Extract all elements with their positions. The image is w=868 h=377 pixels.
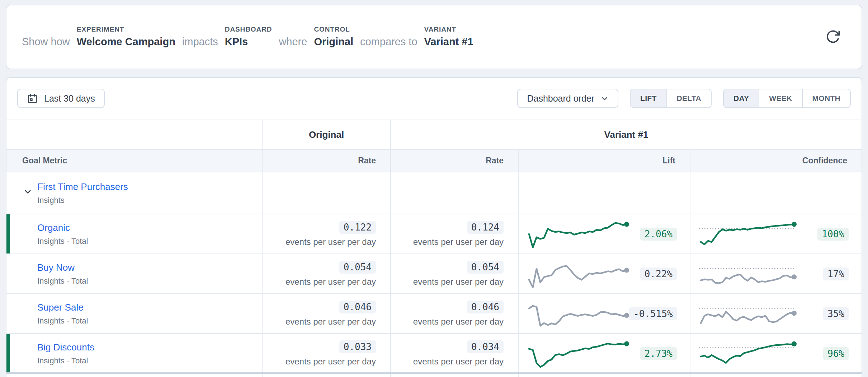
control-label: CONTROL <box>314 25 353 33</box>
col-goal-metric: Goal Metric <box>6 150 262 172</box>
variant-rate-cell: 0.034 events per user per day <box>390 334 518 373</box>
sort-order-dropdown[interactable]: Dashboard order <box>517 89 618 108</box>
rate-value: 0.054 <box>467 261 504 274</box>
metric-link[interactable]: Buy Now <box>37 262 75 273</box>
experiment-sentence: Show how EXPERIMENT Welcome Campaign imp… <box>22 25 823 48</box>
rate-unit: events per user per day <box>413 277 504 287</box>
rate-unit: events per user per day <box>286 237 376 247</box>
metric-subtitle: Insights · Total <box>37 316 262 326</box>
toggle-lift[interactable]: LIFT <box>631 89 666 107</box>
column-header-row: Goal Metric Rate Rate Lift Confidence <box>6 150 862 172</box>
date-range-label: Last 30 days <box>44 93 95 104</box>
dashboard-label: DASHBOARD <box>225 25 272 33</box>
rate-value: 0.122 <box>339 221 376 234</box>
lift-sparkline <box>527 218 629 250</box>
confidence-value: 35% <box>823 307 849 320</box>
lift-value: 0.22% <box>640 267 677 280</box>
table-row: Big Discounts Insights · Total 0.033 eve… <box>6 334 862 373</box>
col-lift: Lift <box>518 150 690 172</box>
toggle-delta[interactable]: DELTA <box>666 89 711 107</box>
empty-cell <box>690 374 862 377</box>
metric-cell: Organic Insights · Total <box>6 214 262 253</box>
variant-rate-cell: 0.046 events per user per day <box>390 294 518 333</box>
dashboard-name[interactable]: KPIs <box>225 36 272 47</box>
variant-rate-cell: 0.054 events per user per day <box>390 254 518 293</box>
toggle-week[interactable]: WEEK <box>759 89 802 107</box>
lift-value: 2.73% <box>640 347 677 360</box>
metric-subtitle: Insights · Total <box>37 276 262 286</box>
metric-subtitle: Insights · Total <box>37 356 262 366</box>
significance-bar <box>6 334 10 373</box>
group-collapse-chevron[interactable] <box>23 187 33 196</box>
original-rate-cell: 0.054 events per user per day <box>262 254 390 293</box>
lift-sparkline <box>527 258 629 290</box>
significance-bar <box>6 214 10 253</box>
toolbar-right-group: Dashboard order LIFT DELTA DAY WEEK MONT… <box>517 89 851 108</box>
confidence-cell: 35% <box>690 294 862 333</box>
metric-cell: First Time Purchasers Insights <box>6 172 262 214</box>
lift-sparkline <box>527 298 629 330</box>
rate-unit: events per user per day <box>286 357 376 367</box>
date-range-button[interactable]: Last 30 days <box>17 89 105 108</box>
refresh-button[interactable] <box>823 27 843 47</box>
rate-unit: events per user per day <box>413 357 504 367</box>
report-card: Last 30 days Dashboard order LIFT DELTA … <box>6 77 862 377</box>
empty-cell <box>6 374 262 377</box>
metric-link[interactable]: Big Discounts <box>37 342 94 353</box>
connector-compares-to: compares to <box>360 36 418 47</box>
metric-link[interactable]: First Time Purchasers <box>37 181 128 192</box>
variant-rate-cell: 0.124 events per user per day <box>390 214 518 253</box>
empty-cell <box>518 374 690 377</box>
confidence-value: 17% <box>823 267 849 280</box>
rate-value: 0.124 <box>467 221 504 234</box>
empty-cell <box>690 172 862 214</box>
confidence-value: 100% <box>817 228 849 241</box>
toggle-day[interactable]: DAY <box>724 89 759 107</box>
rate-value: 0.034 <box>467 340 504 353</box>
variant-header-row: Original Variant #1 <box>6 120 862 150</box>
metric-cell: Super Sale Insights · Total <box>6 294 262 333</box>
metric-link[interactable]: Super Sale <box>37 302 84 313</box>
confidence-sparkline <box>698 339 797 368</box>
empty-header-cell <box>6 120 262 149</box>
lift-cell: 0.22% <box>518 254 690 293</box>
lift-cell: -0.515% <box>518 294 690 333</box>
experiment-name[interactable]: Welcome Campaign <box>77 36 175 47</box>
rate-unit: events per user per day <box>286 317 376 327</box>
lift-cell: 2.73% <box>518 334 690 373</box>
variant-group-header: Variant #1 <box>390 120 862 149</box>
confidence-cell: 96% <box>690 334 862 373</box>
lift-delta-toggle: LIFT DELTA <box>630 89 712 108</box>
connector-where: where <box>279 36 307 47</box>
empty-cell <box>518 172 690 214</box>
variant-name[interactable]: Variant #1 <box>424 36 473 47</box>
lift-value: 2.06% <box>640 228 677 241</box>
chevron-down-icon <box>600 94 609 103</box>
rate-unit: events per user per day <box>413 317 504 327</box>
rate-value: 0.046 <box>339 301 376 313</box>
empty-cell <box>390 374 518 377</box>
report-toolbar: Last 30 days Dashboard order LIFT DELTA … <box>17 89 851 108</box>
connector-impacts: impacts <box>182 36 218 47</box>
table-row: Super Sale Insights · Total 0.046 events… <box>6 294 862 334</box>
confidence-sparkline <box>698 259 797 289</box>
lift-value: -0.515% <box>629 307 677 320</box>
variant-label: VARIANT <box>424 25 473 33</box>
lift-sparkline <box>527 338 629 369</box>
confidence-sparkline <box>698 219 797 249</box>
col-rate-variant: Rate <box>390 150 518 172</box>
metric-cell: Big Discounts Insights · Total <box>6 334 262 373</box>
dashboard-term: DASHBOARD KPIs <box>225 25 272 47</box>
empty-cell <box>390 172 518 214</box>
sentence-prefix: Show how <box>22 36 70 47</box>
experiment-term: EXPERIMENT Welcome Campaign <box>77 25 175 47</box>
metric-cell: Buy Now Insights · Total <box>6 254 262 293</box>
confidence-cell: 17% <box>690 254 862 293</box>
metric-link[interactable]: Organic <box>37 222 70 233</box>
metric-subtitle: Insights · Total <box>37 237 262 246</box>
toggle-month[interactable]: MONTH <box>802 89 850 107</box>
metrics-table: Original Variant #1 Goal Metric Rate Rat… <box>6 120 862 377</box>
control-name[interactable]: Original <box>314 36 353 47</box>
calendar-icon <box>27 93 38 104</box>
experiment-label: EXPERIMENT <box>77 25 175 33</box>
